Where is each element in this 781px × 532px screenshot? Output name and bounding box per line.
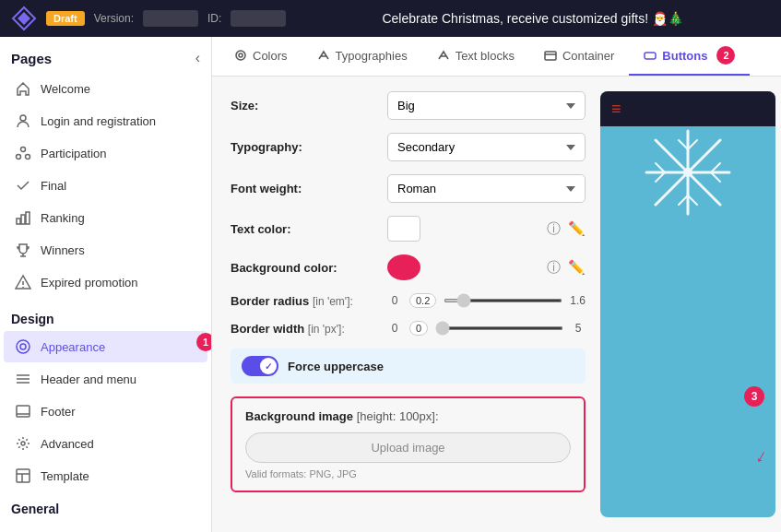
sidebar-item-advanced[interactable]: Advanced xyxy=(4,428,207,459)
warning-icon xyxy=(15,274,31,290)
version-input[interactable] xyxy=(143,10,198,27)
draft-badge: Draft xyxy=(46,11,85,26)
pages-section-header: Pages ‹ xyxy=(0,37,211,72)
tab-label: Text blocks xyxy=(456,49,515,63)
border-radius-max: 1.6 xyxy=(570,294,586,307)
svg-rect-7 xyxy=(21,215,25,224)
sidebar-item-label: Final xyxy=(41,179,66,193)
background-color-swatch[interactable] xyxy=(387,254,420,280)
typography-row: Typography: Secondary xyxy=(231,133,586,161)
check-icon xyxy=(15,177,31,194)
general-section-header: General xyxy=(0,492,211,520)
svg-point-3 xyxy=(21,148,26,152)
border-width-min: 0 xyxy=(387,322,402,335)
font-weight-control: Roman xyxy=(387,174,586,203)
trophy-icon xyxy=(15,242,31,258)
background-color-control: ⓘ ✏️ xyxy=(387,254,586,280)
sidebar-item-final[interactable]: Final xyxy=(4,170,207,201)
svg-point-16 xyxy=(21,442,25,445)
toggle-check-icon: ✓ xyxy=(265,361,272,372)
border-radius-min: 0 xyxy=(387,294,402,307)
toggle-knob: ✓ xyxy=(260,358,277,374)
svg-rect-24 xyxy=(645,53,656,59)
border-width-value-bubble: 0 xyxy=(409,321,428,336)
sidebar-item-ranking[interactable]: Ranking xyxy=(4,202,207,233)
topbar: Draft Version: ID: Celebrate Christmas, … xyxy=(0,0,781,37)
svg-point-21 xyxy=(239,53,243,57)
text-color-info-button[interactable]: ⓘ xyxy=(547,220,561,238)
upload-image-button[interactable]: Upload image xyxy=(245,432,571,463)
bg-color-edit-button[interactable]: ✏️ xyxy=(568,259,586,276)
size-select[interactable]: Big xyxy=(387,91,586,120)
tab-text-blocks[interactable]: Text blocks xyxy=(422,37,529,76)
border-radius-label: Border radius [in 'em']: xyxy=(231,294,378,308)
font-weight-label: Font weight: xyxy=(231,182,378,195)
svg-point-37 xyxy=(683,168,692,177)
id-label: ID: xyxy=(207,12,221,25)
tab-label: Buttons xyxy=(662,49,707,63)
participation-icon xyxy=(15,145,31,161)
sidebar-item-template[interactable]: Template xyxy=(4,460,207,491)
tab-buttons[interactable]: Buttons 2 xyxy=(629,37,750,76)
size-control: Big xyxy=(387,91,586,120)
bg-color-info-button[interactable]: ⓘ xyxy=(547,259,561,277)
font-weight-row: Font weight: Roman xyxy=(231,174,586,203)
sidebar-item-label: Welcome xyxy=(41,82,90,96)
sidebar-item-label: Ranking xyxy=(41,211,85,225)
app-logo xyxy=(11,6,37,31)
svg-rect-14 xyxy=(17,406,30,417)
sidebar-item-label: Appearance xyxy=(41,340,105,354)
sidebar-item-login[interactable]: Login and registration xyxy=(4,105,207,136)
tab-label: Colors xyxy=(253,49,288,63)
border-radius-slider[interactable] xyxy=(444,299,562,302)
text-color-edit-button[interactable]: ✏️ xyxy=(568,220,586,237)
text-color-row: Text color: ⓘ ✏️ xyxy=(231,216,586,242)
typography-control: Secondary xyxy=(387,133,586,161)
home-icon xyxy=(15,80,31,97)
version-label: Version: xyxy=(94,12,134,25)
ranking-icon xyxy=(15,209,31,226)
text-color-swatch[interactable] xyxy=(387,216,420,242)
id-input[interactable] xyxy=(231,10,286,27)
border-width-row: Border width [in 'px']: 0 0 5 xyxy=(231,321,586,336)
text-color-label: Text color: xyxy=(231,222,378,236)
sidebar-item-header-menu[interactable]: Header and menu xyxy=(4,363,207,395)
sidebar-item-welcome[interactable]: Welcome xyxy=(4,73,207,104)
sidebar-item-expired[interactable]: Expired promotion xyxy=(4,266,207,298)
advanced-icon xyxy=(15,435,31,452)
design-section-header: Design xyxy=(0,299,211,330)
size-row: Size: Big xyxy=(231,91,586,120)
tab-container[interactable]: Container xyxy=(529,37,629,76)
tabs-bar: Colors Typographies Text blocks Containe… xyxy=(212,37,781,77)
sidebar-item-footer[interactable]: Footer xyxy=(4,396,207,427)
svg-point-10 xyxy=(20,344,26,349)
background-color-label: Background color: xyxy=(231,261,378,275)
typography-icon xyxy=(317,49,330,62)
sidebar-item-appearance[interactable]: Appearance 1 xyxy=(4,331,207,362)
tab-colors[interactable]: Colors xyxy=(219,37,302,76)
border-width-control: 0 0 5 xyxy=(387,321,586,336)
tab-typographies[interactable]: Typographies xyxy=(302,37,422,76)
sidebar-item-label: Expired promotion xyxy=(41,276,138,290)
font-weight-select[interactable]: Roman xyxy=(387,174,586,203)
user-icon xyxy=(15,112,31,129)
form-left: Size: Big Typography: Secondary xyxy=(231,91,586,517)
sidebar-item-label: Winners xyxy=(41,243,85,257)
force-uppercase-label: Force uppercase xyxy=(288,360,384,373)
template-icon xyxy=(15,467,31,484)
svg-point-9 xyxy=(17,340,30,353)
force-uppercase-toggle[interactable]: ✓ xyxy=(242,356,278,376)
appearance-icon xyxy=(15,338,31,355)
tab-label: Typographies xyxy=(336,49,408,63)
size-label: Size: xyxy=(231,99,378,112)
typography-select[interactable]: Secondary xyxy=(387,133,586,161)
form-panel: Size: Big Typography: Secondary xyxy=(212,77,781,532)
sidebar-item-participation[interactable]: Participation xyxy=(4,137,207,169)
sidebar-item-winners[interactable]: Winners xyxy=(4,234,207,266)
border-width-slider[interactable] xyxy=(435,326,563,330)
svg-point-5 xyxy=(26,155,30,160)
preview-panel: ≡ xyxy=(600,91,775,517)
sidebar-item-label: Header and menu xyxy=(41,372,136,386)
force-uppercase-row: ✓ Force uppercase xyxy=(231,349,586,384)
collapse-button[interactable]: ‹ xyxy=(195,50,200,66)
